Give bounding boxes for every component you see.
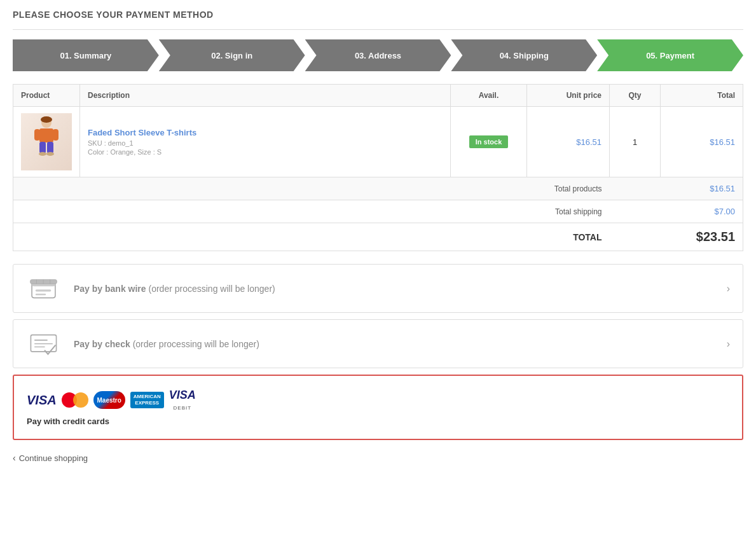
grand-total-value: $23.51 xyxy=(610,223,743,251)
total-shipping-row: Total shipping $7.00 xyxy=(13,200,743,223)
continue-shopping-label: Continue shopping xyxy=(19,453,88,463)
product-details-cell: Faded Short Sleeve T-shirts SKU : demo_1… xyxy=(80,107,451,177)
back-chevron-icon: ‹ xyxy=(13,453,16,463)
svg-point-8 xyxy=(46,152,54,156)
payment-bank-wire[interactable]: Pay by bank wire (order processing will … xyxy=(13,264,743,313)
total-shipping-label: Total shipping xyxy=(13,200,610,223)
product-name[interactable]: Faded Short Sleeve T-shirts xyxy=(88,128,443,137)
total-shipping-value: $7.00 xyxy=(610,200,743,223)
svg-rect-12 xyxy=(36,293,46,294)
grand-total-label: TOTAL xyxy=(13,223,610,251)
total-cell: $16.51 xyxy=(661,107,743,177)
svg-rect-2 xyxy=(39,128,53,142)
credit-card-label: Pay with credit cards xyxy=(27,417,729,426)
col-qty: Qty xyxy=(610,85,661,107)
product-image-cell xyxy=(13,107,80,177)
col-description: Description xyxy=(80,85,451,107)
payment-options: Pay by bank wire (order processing will … xyxy=(13,264,743,440)
total-products-label: Total products xyxy=(13,177,610,200)
check-arrow: › xyxy=(727,338,730,350)
col-total: Total xyxy=(661,85,743,107)
order-table: Product Description Avail. Unit price Qt… xyxy=(13,84,743,251)
product-sku: SKU : demo_1 xyxy=(88,139,443,147)
col-avail: Avail. xyxy=(451,85,527,107)
maestro-logo: Maestro xyxy=(93,391,125,409)
bank-wire-icon xyxy=(26,274,61,303)
svg-rect-5 xyxy=(39,142,46,153)
total-products-value: $16.51 xyxy=(610,177,743,200)
payment-check[interactable]: Pay by check (order processing will be l… xyxy=(13,319,743,368)
col-unit-price: Unit price xyxy=(527,85,610,107)
bank-wire-label: Pay by bank wire (order processing will … xyxy=(74,284,727,294)
svg-rect-11 xyxy=(36,289,52,291)
amex-logo: AMERICANEXPRESS xyxy=(130,392,164,409)
page-title: PLEASE CHOOSE YOUR PAYMENT METHOD xyxy=(13,10,743,20)
mastercard-logo xyxy=(62,391,88,409)
check-label: Pay by check (order processing will be l… xyxy=(74,339,727,349)
svg-point-1 xyxy=(41,116,52,123)
step-payment[interactable]: 05. Payment xyxy=(597,39,743,71)
total-products-row: Total products $16.51 xyxy=(13,177,743,200)
availability-cell: In stock xyxy=(451,107,527,177)
step-address[interactable]: 03. Address xyxy=(305,39,451,71)
svg-rect-4 xyxy=(53,129,58,141)
continue-shopping-link[interactable]: ‹ Continue shopping xyxy=(13,453,743,463)
qty-cell: 1 xyxy=(610,107,661,177)
payment-credit-card[interactable]: VISA Maestro AMERICANEXPRESS VISA DEBIT xyxy=(13,375,743,440)
product-color-size: Color : Orange, Size : S xyxy=(88,148,443,156)
credit-card-logos: VISA Maestro AMERICANEXPRESS VISA DEBIT xyxy=(27,385,729,429)
svg-rect-3 xyxy=(34,129,40,141)
step-summary[interactable]: 01. Summary xyxy=(13,39,159,71)
check-icon xyxy=(26,329,61,358)
grand-total-row: TOTAL $23.51 xyxy=(13,223,743,251)
checkout-steps: 01. Summary 02. Sign in 03. Address 04. … xyxy=(13,39,743,71)
svg-point-7 xyxy=(39,152,46,156)
bank-wire-arrow: › xyxy=(727,283,730,294)
visa-debit-logo: VISA DEBIT xyxy=(169,389,196,411)
svg-rect-6 xyxy=(47,142,53,153)
unit-price-cell: $16.51 xyxy=(527,107,610,177)
col-product: Product xyxy=(13,85,80,107)
visa-logo: VISA xyxy=(27,393,57,408)
step-shipping[interactable]: 04. Shipping xyxy=(451,39,597,71)
step-signin[interactable]: 02. Sign in xyxy=(159,39,305,71)
table-row: Faded Short Sleeve T-shirts SKU : demo_1… xyxy=(13,107,743,177)
in-stock-badge: In stock xyxy=(469,135,509,148)
